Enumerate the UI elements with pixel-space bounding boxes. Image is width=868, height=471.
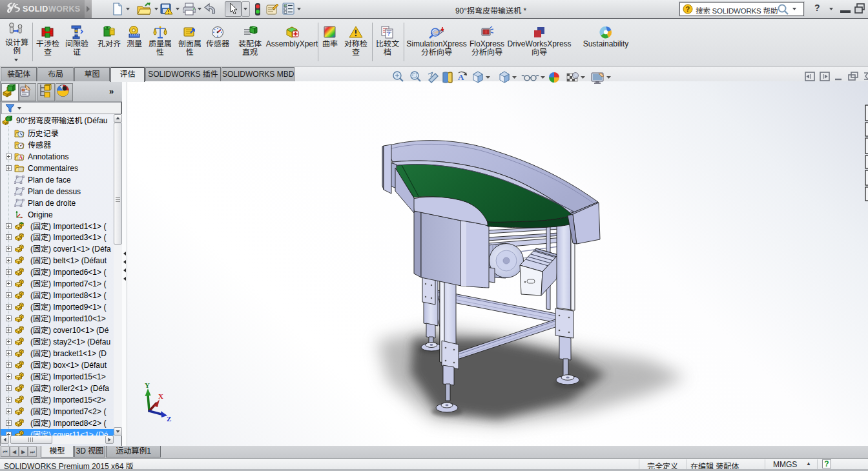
- svg-text:X: X: [158, 392, 163, 400]
- svg-text:?: ?: [387, 30, 391, 37]
- svg-text:SOLID: SOLID: [23, 5, 48, 14]
- svg-text:A: A: [458, 72, 464, 82]
- svg-text:Y: Y: [145, 381, 150, 389]
- svg-text:WORKS: WORKS: [48, 5, 80, 14]
- svg-text:Z: Z: [167, 415, 171, 423]
- svg-text:?: ?: [686, 5, 690, 13]
